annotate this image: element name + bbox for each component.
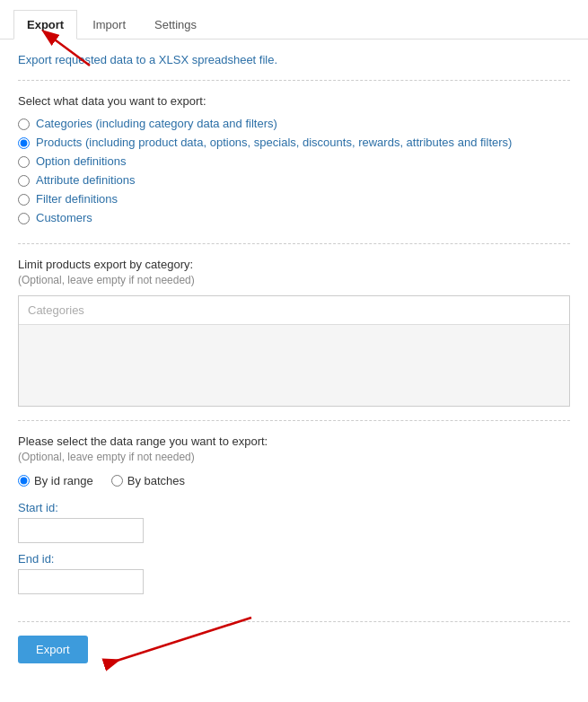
radio-products-input[interactable] <box>18 137 30 149</box>
limit-section: Limit products export by category: (Opti… <box>18 258 570 421</box>
radio-by-batches-input[interactable] <box>111 475 123 487</box>
range-optional-text: (Optional, leave empty if not needed) <box>18 451 570 463</box>
start-id-group: Start id: <box>18 501 570 543</box>
radio-option-definitions-label[interactable]: Option definitions <box>36 154 126 168</box>
radio-products-label[interactable]: Products (including product data, option… <box>36 136 512 149</box>
export-button-container: Export <box>18 636 570 663</box>
start-id-input[interactable] <box>18 518 144 543</box>
radio-option-definitions: Option definitions <box>18 154 570 168</box>
start-id-label: Start id: <box>18 501 570 514</box>
radio-products: Products (including product data, option… <box>18 136 570 149</box>
radio-by-id-range: By id range <box>18 474 93 487</box>
range-section: Please select the data range you want to… <box>18 434 570 622</box>
range-label: Please select the data range you want to… <box>18 434 570 448</box>
end-id-group: End id: <box>18 552 570 594</box>
range-radio-group: By id range By batches <box>18 474 570 487</box>
radio-categories-input[interactable] <box>18 118 30 130</box>
radio-attribute-definitions-label[interactable]: Attribute definitions <box>36 173 136 187</box>
radio-categories-label[interactable]: Categories (including category data and … <box>36 117 277 130</box>
select-section-label: Select what data you want to export: <box>18 94 570 108</box>
tab-export[interactable]: Export <box>13 10 77 39</box>
end-id-label: End id: <box>18 552 570 566</box>
export-button[interactable]: Export <box>18 636 88 663</box>
tab-import[interactable]: Import <box>79 10 139 39</box>
radio-by-batches: By batches <box>111 474 185 487</box>
tab-settings[interactable]: Settings <box>141 10 210 39</box>
radio-by-id-range-label[interactable]: By id range <box>34 474 93 487</box>
limit-label: Limit products export by category: <box>18 258 570 271</box>
radio-filter-definitions: Filter definitions <box>18 192 570 206</box>
radio-filter-definitions-label[interactable]: Filter definitions <box>36 192 118 206</box>
radio-option-definitions-input[interactable] <box>18 156 30 168</box>
radio-customers: Customers <box>18 211 570 224</box>
radio-by-id-range-input[interactable] <box>18 475 30 487</box>
radio-filter-definitions-input[interactable] <box>18 194 30 206</box>
main-content: Export requested data to a XLSX spreadsh… <box>0 39 588 677</box>
limit-optional-text: (Optional, leave empty if not needed) <box>18 274 570 286</box>
categories-area[interactable] <box>19 325 569 406</box>
radio-customers-label[interactable]: Customers <box>36 211 92 224</box>
radio-by-batches-label[interactable]: By batches <box>127 474 185 487</box>
select-data-section: Select what data you want to export: Cat… <box>18 94 570 244</box>
radio-categories: Categories (including category data and … <box>18 117 570 130</box>
export-description: Export requested data to a XLSX spreadsh… <box>18 53 570 81</box>
categories-input-wrapper: Categories <box>18 295 570 407</box>
radio-attribute-definitions-input[interactable] <box>18 175 30 187</box>
tab-bar: Export Import Settings <box>0 0 588 39</box>
radio-attribute-definitions: Attribute definitions <box>18 173 570 187</box>
end-id-input[interactable] <box>18 569 144 594</box>
categories-placeholder-text: Categories <box>19 296 569 325</box>
radio-customers-input[interactable] <box>18 213 30 224</box>
